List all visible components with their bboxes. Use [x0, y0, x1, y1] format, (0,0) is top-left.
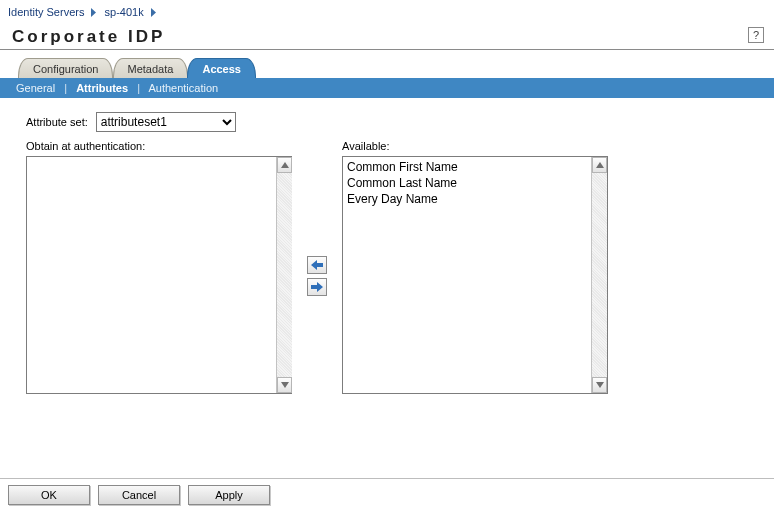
help-icon[interactable]: ? [748, 27, 764, 43]
scroll-up-icon[interactable] [277, 157, 292, 173]
tab-access[interactable]: Access [187, 58, 256, 78]
breadcrumb: Identity Servers sp-401k [0, 0, 774, 23]
subtab-general[interactable]: General [16, 82, 55, 94]
tabs: Configuration Metadata Access [0, 58, 774, 78]
page-title: Corporate IDP [12, 27, 165, 47]
arrow-right-icon [311, 282, 323, 292]
list-item[interactable]: Every Day Name [347, 191, 587, 207]
subtab-separator: | [137, 82, 140, 94]
obtain-listbox[interactable] [26, 156, 292, 394]
scrollbar[interactable] [591, 157, 607, 393]
tab-configuration[interactable]: Configuration [18, 58, 113, 78]
list-item[interactable]: Common Last Name [347, 175, 587, 191]
available-label: Available: [342, 140, 608, 152]
attribute-set-select[interactable]: attributeset1 [96, 112, 236, 132]
scroll-down-icon[interactable] [592, 377, 607, 393]
subtab-separator: | [64, 82, 67, 94]
list-item[interactable]: Common First Name [347, 159, 587, 175]
tab-metadata[interactable]: Metadata [113, 58, 189, 78]
move-right-button[interactable] [307, 278, 327, 296]
breadcrumb-identity-servers[interactable]: Identity Servers [8, 6, 84, 18]
scroll-up-icon[interactable] [592, 157, 607, 173]
arrow-left-icon [311, 260, 323, 270]
scroll-down-icon[interactable] [277, 377, 292, 393]
breadcrumb-separator-icon [151, 7, 157, 19]
obtain-label: Obtain at authentication: [26, 140, 292, 152]
subtab-attributes[interactable]: Attributes [76, 82, 128, 94]
available-listbox[interactable]: Common First NameCommon Last NameEvery D… [342, 156, 608, 394]
move-left-button[interactable] [307, 256, 327, 274]
subtab-authentication[interactable]: Authentication [148, 82, 218, 94]
subtab-bar: General | Attributes | Authentication [0, 78, 774, 98]
scrollbar[interactable] [276, 157, 292, 393]
attribute-set-label: Attribute set: [26, 116, 88, 128]
breadcrumb-separator-icon [91, 7, 97, 19]
breadcrumb-sp-401k[interactable]: sp-401k [105, 6, 144, 18]
